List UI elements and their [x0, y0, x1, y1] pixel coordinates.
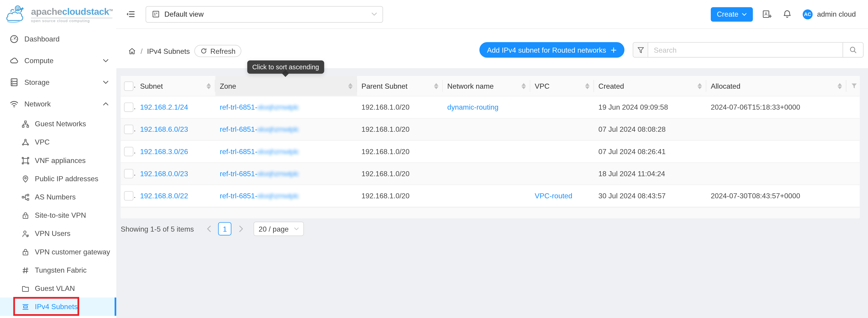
parent-subnet-value: 192.168.1.0/20 — [362, 192, 409, 200]
zone-redacted-text: xkvqhzmwtplc — [257, 170, 299, 178]
column-header-created[interactable]: Created — [594, 76, 706, 96]
cloud-icon — [9, 56, 19, 65]
sidebar-item-site-to-site-vpn[interactable]: Site-to-site VPN — [0, 206, 116, 224]
sidebar-item-storage[interactable]: Storage — [0, 71, 116, 93]
add-ipv4-subnet-button[interactable]: Add IPv4 subnet for Routed networks — [479, 42, 624, 58]
zone-link[interactable]: ref-trl-6851-xkvqhzmwtplc — [220, 103, 299, 111]
table-row: 192.168.8.0/22ref-trl-6851-xkvqhzmwtplc1… — [121, 185, 860, 207]
sidebar-item-vpn-users[interactable]: VPN Users — [0, 224, 116, 242]
chevron-down-icon — [294, 227, 299, 231]
column-header-subnet[interactable]: Subnet — [135, 76, 215, 96]
created-value: 19 Jun 2024 09:09:58 — [598, 103, 668, 111]
sidebar-item-guest-networks[interactable]: Guest Networks — [0, 115, 116, 133]
refresh-button-label: Refresh — [210, 47, 236, 55]
chevron-down-icon — [371, 12, 377, 16]
border-frame-icon — [22, 156, 29, 164]
sidebar-item-network[interactable]: Network — [0, 93, 116, 115]
column-header-network-name[interactable]: Network name — [443, 76, 530, 96]
row-checkbox[interactable] — [124, 147, 133, 156]
breadcrumb-page: IPv4 Subnets — [147, 47, 190, 55]
zone-link[interactable]: ref-trl-6851-xkvqhzmwtplc — [220, 125, 299, 133]
sidebar-item-compute[interactable]: Compute — [0, 50, 116, 71]
chevron-down-icon — [742, 12, 747, 16]
chevron-left-icon — [206, 226, 211, 232]
cloudstack-app: apachecloudstackTM open source cloud com… — [0, 0, 868, 318]
zone-redacted-text: xkvqhzmwtplc — [257, 192, 299, 200]
reload-icon — [200, 48, 207, 54]
svg-text:A: A — [765, 11, 768, 17]
sidebar-item-dashboard[interactable]: Dashboard — [0, 28, 116, 50]
refresh-button[interactable]: Refresh — [194, 45, 242, 57]
table-body: 192.168.2.1/24ref-trl-6851-xkvqhzmwtplc1… — [121, 96, 860, 207]
zone-link[interactable]: ref-trl-6851-xkvqhzmwtplc — [220, 192, 299, 200]
subnet-link[interactable]: 192.168.2.1/24 — [140, 103, 188, 111]
sidebar-item-label: VPN Users — [35, 229, 70, 237]
user-name[interactable]: admin cloud — [817, 10, 856, 18]
column-header-allocated[interactable]: Allocated — [706, 76, 846, 96]
parent-subnet-value: 192.168.1.0/20 — [362, 103, 409, 111]
subnet-link[interactable]: 192.168.6.0/23 — [140, 125, 188, 133]
page-size-selector[interactable]: 20 / page — [254, 222, 304, 236]
filter-icon[interactable] — [633, 42, 648, 57]
notification-bell-icon[interactable] — [783, 9, 792, 19]
sidebar-item-guest-vlan[interactable]: Guest VLAN — [0, 279, 116, 297]
content-area: Subnet Zone Parent Subnet Network name V… — [116, 68, 868, 318]
row-checkbox[interactable] — [124, 191, 133, 201]
zone-redacted-text: xkvqhzmwtplc — [257, 125, 299, 133]
translate-icon[interactable]: A — [762, 9, 772, 19]
sidebar-item-public-ip[interactable]: Public IP addresses — [0, 170, 116, 188]
cloudstack-logo[interactable]: apachecloudstackTM open source cloud com… — [0, 0, 116, 28]
subnet-link[interactable]: 192.168.8.0/22 — [140, 192, 188, 200]
topbar: Default view Create A A — [116, 0, 868, 29]
subnet-link[interactable]: 192.168.3.0/26 — [140, 147, 188, 156]
next-page-button[interactable] — [235, 223, 247, 235]
search-group — [633, 42, 864, 58]
view-selector-dropdown[interactable]: Default view — [146, 6, 383, 23]
sidebar-item-label: Site-to-site VPN — [35, 211, 86, 219]
menu-fold-icon[interactable] — [126, 9, 135, 19]
vpc-link[interactable]: VPC-routed — [535, 192, 572, 200]
allocated-value: 2024-07-06T15:18:33+0000 — [711, 103, 800, 111]
sidebar-item-ipv4-subnets[interactable]: IPv4 Subnets — [0, 297, 116, 316]
sidebar-item-label: Storage — [24, 78, 50, 86]
sidebar-item-vpn-customer-gateway[interactable]: VPN customer gateway — [0, 243, 116, 261]
column-header-zone[interactable]: Zone — [215, 76, 357, 96]
sidebar-item-label: Compute — [24, 57, 54, 65]
sorter-icon — [348, 83, 352, 89]
zone-link[interactable]: ref-trl-6851-xkvqhzmwtplc — [220, 170, 299, 178]
lock-icon — [22, 248, 29, 256]
created-value: 07 Jul 2024 08:08:28 — [598, 125, 665, 133]
zone-link[interactable]: ref-trl-6851-xkvqhzmwtplc — [220, 147, 299, 156]
tooltip-text: Click to sort ascending — [252, 63, 319, 71]
row-checkbox[interactable] — [124, 103, 133, 112]
sidebar-item-label: VPC — [35, 138, 50, 146]
sidebar-item-vnf-appliances[interactable]: VNF appliances — [0, 151, 116, 170]
subnet-link[interactable]: 192.168.0.0/23 — [140, 170, 188, 178]
monkey-cloud-logo-icon — [4, 2, 28, 26]
column-header-parent-subnet[interactable]: Parent Subnet — [357, 76, 443, 96]
select-all-checkbox[interactable] — [124, 81, 133, 90]
create-button[interactable]: Create — [711, 7, 753, 21]
sidebar-item-label: IPv4 Subnets — [35, 302, 78, 311]
sidebar-item-as-numbers[interactable]: AS Numbers — [0, 188, 116, 206]
network-name-link[interactable]: dynamic-routing — [447, 103, 499, 111]
previous-page-button[interactable] — [203, 223, 215, 235]
filter-funnel-icon — [851, 83, 858, 89]
sidebar-item-label: Public IP addresses — [35, 175, 98, 183]
sorter-icon — [837, 83, 842, 89]
search-input[interactable] — [648, 42, 842, 57]
column-filter-icon[interactable] — [846, 76, 860, 96]
home-icon[interactable] — [128, 47, 136, 55]
search-icon[interactable] — [842, 42, 863, 57]
column-header-vpc[interactable]: VPC — [530, 76, 594, 96]
sorter-icon — [434, 83, 438, 89]
row-checkbox[interactable] — [124, 125, 133, 134]
row-checkbox[interactable] — [124, 169, 133, 178]
parent-subnet-value: 192.168.1.0/20 — [362, 147, 409, 156]
user-avatar[interactable]: AC — [803, 9, 813, 19]
lock-icon — [22, 211, 29, 219]
sidebar-item-vpc[interactable]: VPC — [0, 133, 116, 151]
active-item-bar — [115, 297, 116, 316]
page-number-button[interactable]: 1 — [218, 222, 231, 235]
sidebar-item-tungsten-fabric[interactable]: Tungsten Fabric — [0, 261, 116, 279]
